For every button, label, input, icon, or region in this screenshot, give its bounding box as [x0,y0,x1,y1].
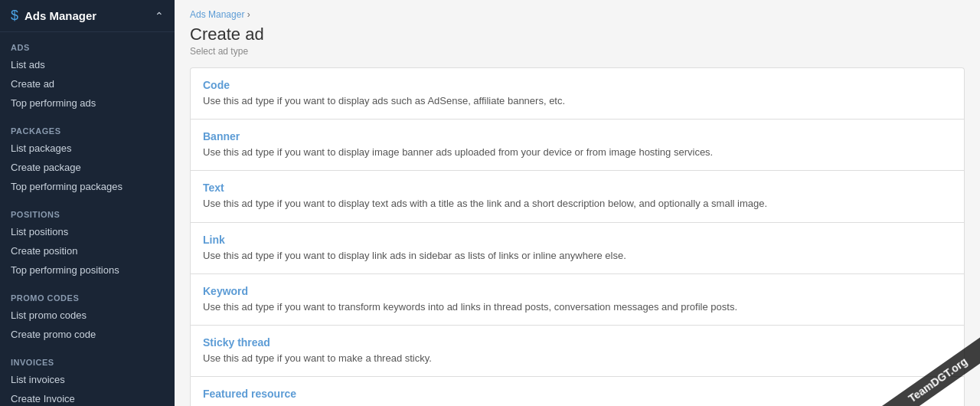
ad-type-desc-featured-resource: Use this ad type if you want to make a r… [203,403,952,406]
sidebar-section-packages: PackagesList packagesCreate packageTop p… [0,116,175,199]
ad-type-card-featured-resource[interactable]: Featured resourceUse this ad type if you… [190,376,965,406]
ad-type-title-sticky-thread: Sticky thread [203,336,952,349]
main-content: Ads Manager › Create ad Select ad type C… [175,0,980,406]
dollar-icon: $ [11,8,18,24]
sidebar-item-list-positions[interactable]: List positions [0,222,175,241]
sidebar-item-top-performing-positions[interactable]: Top performing positions [0,260,175,280]
ad-type-desc-text: Use this ad type if you want to display … [203,197,952,211]
breadcrumb-separator: › [247,9,250,20]
ad-type-desc-sticky-thread: Use this ad type if you want to make a t… [203,352,952,365]
sidebar-section-ads: AdsList adsCreate adTop performing ads [0,32,175,116]
collapse-icon[interactable]: ⌃ [155,10,164,22]
sidebar-item-list-packages[interactable]: List packages [0,139,175,158]
sidebar-header-left: $ Ads Manager [11,8,96,24]
sidebar-sections: AdsList adsCreate adTop performing adsPa… [0,32,175,406]
sidebar-section-invoices: InvoicesList invoicesCreate InvoiceStati… [0,347,175,406]
page-title: Create ad [175,21,980,46]
sidebar-app-title: Ads Manager [24,9,96,22]
page-subtitle: Select ad type [175,46,980,67]
ad-type-card-text[interactable]: TextUse this ad type if you want to disp… [190,170,965,221]
ad-type-title-link: Link [203,234,952,246]
ad-type-title-keyword: Keyword [203,285,952,297]
ad-type-card-link[interactable]: LinkUse this ad type if you want to disp… [190,222,965,273]
sidebar-section-label: Invoices [0,355,175,370]
sidebar-item-top-performing-packages[interactable]: Top performing packages [0,177,175,196]
sidebar-item-list-promo-codes[interactable]: List promo codes [0,306,175,325]
ad-type-card-sticky-thread[interactable]: Sticky threadUse this ad type if you wan… [190,325,965,376]
breadcrumb: Ads Manager › [175,0,980,21]
sidebar-item-list-invoices[interactable]: List invoices [0,370,175,389]
sidebar-item-create-ad[interactable]: Create ad [0,74,175,93]
ad-type-card-keyword[interactable]: KeywordUse this ad type if you want to t… [190,273,965,325]
sidebar-section-label: Positions [0,207,175,222]
ad-type-card-banner[interactable]: BannerUse this ad type if you want to di… [190,119,965,170]
ad-type-title-text: Text [203,182,952,194]
sidebar-item-create-promo-code[interactable]: Create promo code [0,325,175,344]
sidebar-item-create-position[interactable]: Create position [0,241,175,260]
ad-type-desc-keyword: Use this ad type if you want to transfor… [203,300,952,314]
ad-type-title-code: Code [203,79,952,91]
sidebar-section-label: Ads [0,40,175,55]
ad-type-title-banner: Banner [203,130,952,142]
ad-type-title-featured-resource: Featured resource [203,388,952,400]
sidebar-section-label: Promo Codes [0,290,175,306]
ad-type-list: CodeUse this ad type if you want to disp… [175,67,980,406]
sidebar-header: $ Ads Manager ⌃ [0,0,175,32]
sidebar-section-positions: PositionsList positionsCreate positionTo… [0,199,175,283]
sidebar: $ Ads Manager ⌃ AdsList adsCreate adTop … [0,0,175,406]
ad-type-desc-banner: Use this ad type if you want to display … [203,146,952,159]
sidebar-item-list-ads[interactable]: List ads [0,55,175,74]
breadcrumb-parent[interactable]: Ads Manager [190,9,244,20]
sidebar-section-promo-codes: Promo CodesList promo codesCreate promo … [0,283,175,347]
sidebar-item-top-performing-ads[interactable]: Top performing ads [0,93,175,113]
sidebar-item-create-invoice[interactable]: Create Invoice [0,389,175,406]
ad-type-card-code[interactable]: CodeUse this ad type if you want to disp… [190,67,965,119]
sidebar-item-create-package[interactable]: Create package [0,158,175,177]
ad-type-desc-link: Use this ad type if you want to display … [203,249,952,263]
sidebar-section-label: Packages [0,123,175,139]
ad-type-desc-code: Use this ad type if you want to display … [203,94,952,108]
